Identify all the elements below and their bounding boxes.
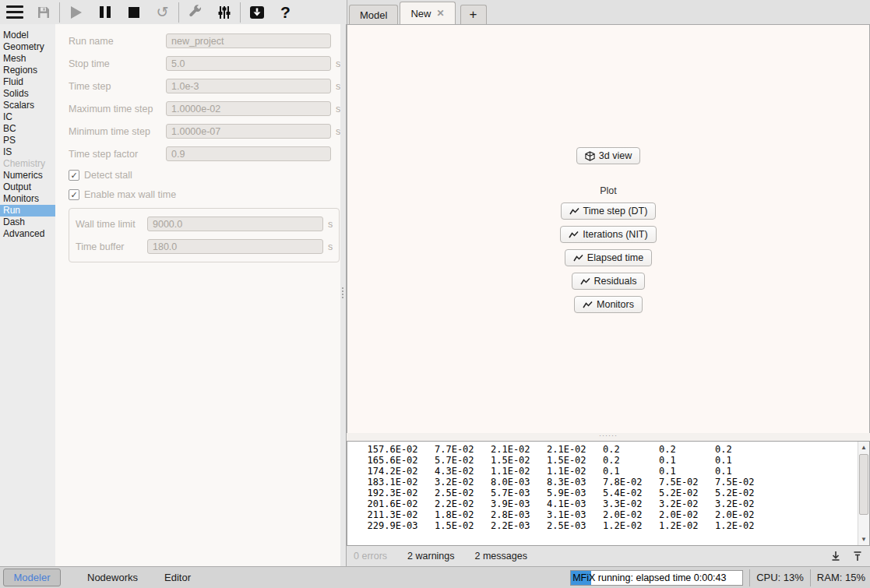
field-label: Time step factor xyxy=(69,149,166,160)
vertical-splitter[interactable] xyxy=(340,24,347,566)
tab-label: Model xyxy=(360,9,387,21)
reset-icon[interactable]: ↺ xyxy=(148,1,177,24)
checkbox-label: Detect stall xyxy=(84,170,132,181)
messages-count[interactable]: 2 messages xyxy=(475,551,527,562)
form-row: Time buffers xyxy=(76,238,339,255)
plot-button-residuals[interactable]: Residuals xyxy=(572,273,646,290)
tab-close-icon[interactable]: ✕ xyxy=(436,8,444,19)
sidebar-item-ic[interactable]: IC xyxy=(0,111,55,123)
scroll-to-top-button[interactable] xyxy=(851,550,864,562)
new-tab-button[interactable]: + xyxy=(460,5,487,24)
mode-button-nodeworks[interactable]: Nodeworks xyxy=(87,572,138,583)
plot-button-elapsed-time[interactable]: Elapsed time xyxy=(565,249,652,266)
checkbox-label: Enable max wall time xyxy=(84,189,176,200)
console-row: 192.3E-022.5E-025.7E-035.9E-035.4E-025.2… xyxy=(347,488,869,498)
wall-time-limit-input[interactable] xyxy=(147,217,323,231)
unit-label: s xyxy=(328,241,333,252)
residual-value: 2.3E-02 xyxy=(379,488,435,498)
form-row: Stop times xyxy=(69,55,340,72)
pause-bars-icon xyxy=(100,6,111,18)
field-label: Minimum time step xyxy=(69,126,166,137)
sidebar-item-numerics[interactable]: Numerics xyxy=(0,170,55,181)
warnings-count[interactable]: 2 warnings xyxy=(407,551,454,562)
residual-value: 3.2E-02 xyxy=(435,477,491,488)
residual-value: 4.1E-03 xyxy=(547,498,603,509)
residual-value: 7.6E-02 xyxy=(379,444,435,455)
down-arrow-to-bar-icon xyxy=(829,550,842,562)
sidebar-item-is[interactable]: IS xyxy=(0,146,55,158)
checkbox-checked-icon[interactable]: ✓ xyxy=(69,189,79,200)
console-row: 229.9E-031.5E-022.2E-032.5E-031.2E-021.2… xyxy=(347,520,869,531)
plot-button-label: Residuals xyxy=(594,276,637,287)
checkbox-checked-icon[interactable]: ✓ xyxy=(69,170,79,181)
residual-value: 0.2 xyxy=(715,444,771,455)
residual-value: 2.5E-02 xyxy=(435,488,491,498)
sidebar-item-monitors[interactable]: Monitors xyxy=(0,193,55,205)
residual-value: 7.5E-02 xyxy=(715,477,771,488)
sidebar-item-dash[interactable]: Dash xyxy=(0,217,55,228)
export-download-icon[interactable] xyxy=(242,1,271,24)
residual-value: 5.7E-02 xyxy=(435,455,491,466)
horizontal-splitter[interactable]: ······ xyxy=(347,433,870,441)
time-step-input[interactable] xyxy=(166,79,331,93)
run-name-input[interactable] xyxy=(166,33,331,48)
console-row: 165.6E-025.7E-021.5E-021.5E-020.20.10.1 xyxy=(347,455,869,466)
residual-value: 1.6E-02 xyxy=(379,498,435,509)
residual-value: 1.5E-02 xyxy=(491,455,547,466)
build-wrench-icon[interactable] xyxy=(181,1,210,24)
iteration-number: 18 xyxy=(347,477,379,488)
sidebar-item-ps[interactable]: PS xyxy=(0,135,55,146)
residual-value: 0.1 xyxy=(715,466,771,477)
3d-view-button[interactable]: 3d view xyxy=(576,147,640,164)
residual-value: 2.0E-02 xyxy=(659,509,715,520)
residual-value: 3.1E-03 xyxy=(547,509,603,520)
scroll-to-bottom-button[interactable] xyxy=(829,550,842,562)
sidebar-item-mesh[interactable]: Mesh xyxy=(0,53,55,65)
plot-button-iterations-nit[interactable]: Iterations (NIT) xyxy=(560,226,656,243)
pause-icon[interactable] xyxy=(90,1,119,24)
sidebar-item-regions[interactable]: Regions xyxy=(0,65,55,76)
tab-model[interactable]: Model xyxy=(349,5,398,24)
plot-button-time-step-dt[interactable]: Time step (DT) xyxy=(561,202,657,220)
sidebar-item-model[interactable]: Model xyxy=(0,30,55,41)
minimum-time-step-input[interactable] xyxy=(166,124,331,139)
residual-value: 1.2E-02 xyxy=(603,520,659,531)
sidebar-item-advanced[interactable]: Advanced xyxy=(0,228,55,240)
play-icon xyxy=(71,6,82,19)
scrollbar-thumb[interactable] xyxy=(859,454,868,515)
iteration-number: 17 xyxy=(347,466,379,477)
menu-icon[interactable] xyxy=(0,1,29,24)
time-buffer-input[interactable] xyxy=(147,239,323,254)
field-label: Stop time xyxy=(69,58,166,69)
scroll-down-icon[interactable]: ▼ xyxy=(858,533,869,545)
sidebar-item-run[interactable]: Run xyxy=(0,205,55,217)
scroll-up-icon[interactable]: ▲ xyxy=(858,442,869,453)
errors-count[interactable]: 0 errors xyxy=(354,551,387,562)
console-scrollbar[interactable]: ▲ ▼ xyxy=(858,442,869,545)
settings-sliders-icon[interactable] xyxy=(210,1,238,24)
iteration-number: 22 xyxy=(347,520,379,531)
sidebar-item-solids[interactable]: Solids xyxy=(0,88,55,100)
residual-value: 0.1 xyxy=(659,466,715,477)
sidebar-item-bc[interactable]: BC xyxy=(0,123,55,135)
residual-value: 3.1E-02 xyxy=(379,477,435,488)
stop-icon[interactable] xyxy=(119,1,148,24)
plot-button-monitors[interactable]: Monitors xyxy=(574,296,643,313)
sidebar-item-geometry[interactable]: Geometry xyxy=(0,41,55,53)
tab-new[interactable]: New✕ xyxy=(400,2,455,24)
maximum-time-step-input[interactable] xyxy=(166,101,331,116)
save-icon[interactable] xyxy=(29,1,58,24)
residual-value: 5.2E-02 xyxy=(659,488,715,498)
sidebar-item-fluid[interactable]: Fluid xyxy=(0,76,55,88)
mode-button-modeler[interactable]: Modeler xyxy=(3,569,61,586)
time-step-factor-input[interactable] xyxy=(166,146,331,161)
stop-time-input[interactable] xyxy=(166,56,331,71)
mode-button-editor[interactable]: Editor xyxy=(164,572,191,583)
console-output[interactable]: 157.6E-027.7E-022.1E-022.1E-020.20.20.21… xyxy=(347,441,870,546)
help-icon[interactable]: ? xyxy=(271,1,300,24)
run-play-icon[interactable] xyxy=(62,1,90,24)
sidebar-item-scalars[interactable]: Scalars xyxy=(0,100,55,111)
sidebar-item-output[interactable]: Output xyxy=(0,181,55,193)
run-status-text: MFiX running: elapsed time 0:00:43 xyxy=(571,571,742,585)
residual-value: 2.1E-02 xyxy=(491,444,547,455)
